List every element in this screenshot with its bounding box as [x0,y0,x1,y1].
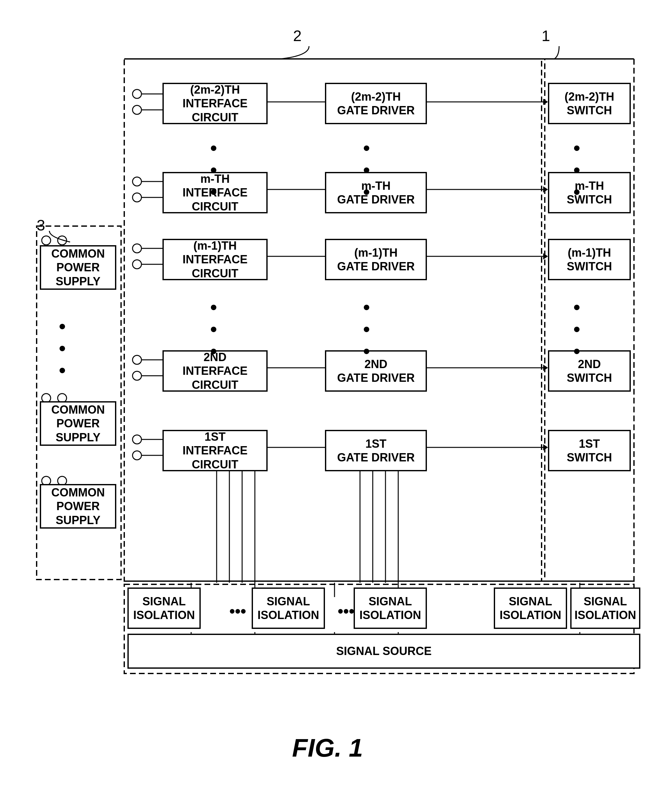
svg-point-9 [132,193,141,202]
dots-gd-mid: ••• [363,296,370,362]
svg-point-12 [132,355,141,364]
ps-top-label: COMMONPOWER SUPPLY [41,247,115,288]
svg-marker-40 [543,444,548,451]
ic-m1-label: (m-1)THINTERFACE CIRCUIT [164,239,266,280]
ps-bot-block: COMMONPOWER SUPPLY [40,484,116,529]
si-1-label: SIGNALISOLATION [133,594,195,622]
sw-m1-block: (m-1)THSWITCH [548,239,631,280]
gd-m-block: m-THGATE DRIVER [325,172,427,213]
svg-marker-38 [543,253,548,259]
svg-marker-39 [543,365,548,371]
sw-m1-label: (m-1)THSWITCH [567,246,612,273]
ic-1st-block: 1STINTERFACE CIRCUIT [163,430,268,471]
gd-2nd-label: 2NDGATE DRIVER [337,357,415,385]
ref-2: 2 [293,27,302,45]
gd-2m2-block: (2m-2)THGATE DRIVER [325,83,427,124]
dots-gd-top: ••• [363,137,370,203]
ps-mid-label: COMMONPOWER SUPPLY [41,403,115,444]
sw-m-block: m-THSWITCH [548,172,631,213]
si-5-label: SIGNALISOLATION [574,594,636,622]
signal-source-label: SIGNAL SOURCE [336,644,431,658]
dots-sw-mid: ••• [574,296,580,362]
signal-source-block: SIGNAL SOURCE [128,634,640,669]
svg-point-13 [132,371,141,380]
ps-top-block: COMMONPOWER SUPPLY [40,245,116,290]
svg-point-8 [132,177,141,186]
svg-marker-36 [543,99,548,105]
si-3-label: SIGNALISOLATION [359,594,421,622]
svg-point-15 [132,451,141,460]
si-5-block: SIGNALISOLATION [570,588,640,629]
ps-bot-label: COMMONPOWER SUPPLY [41,486,115,527]
gd-m1-label: (m-1)THGATE DRIVER [337,246,415,273]
gd-2nd-block: 2NDGATE DRIVER [325,350,427,392]
gd-1st-block: 1STGATE DRIVER [325,430,427,471]
svg-rect-1 [545,59,634,581]
dots-ic-mid: ••• [210,296,217,362]
si-1-block: SIGNALISOLATION [128,588,201,629]
svg-point-64 [58,236,66,245]
fig-caption: FIG. 1 [0,733,655,763]
sw-1st-label: 1STSWITCH [567,437,612,464]
sw-2nd-block: 2NDSWITCH [548,350,631,392]
dots-ps: ••• [59,315,66,381]
svg-point-63 [42,236,51,245]
ps-mid-block: COMMONPOWER SUPPLY [40,401,116,446]
gd-1st-label: 1STGATE DRIVER [337,437,415,464]
gd-2m2-label: (2m-2)THGATE DRIVER [337,90,415,117]
svg-point-11 [132,260,141,269]
dots-sw-top: ••• [574,137,580,203]
ic-1st-label: 1STINTERFACE CIRCUIT [164,430,266,471]
sw-1st-block: 1STSWITCH [548,430,631,471]
si-4-block: SIGNALISOLATION [494,588,567,629]
ic-2m2-block: (2m-2)THINTERFACE CIRCUIT [163,83,268,124]
dots-si-2: ••• [338,602,355,620]
ic-m1-block: (m-1)THINTERFACE CIRCUIT [163,239,268,280]
si-3-block: SIGNALISOLATION [354,588,427,629]
svg-point-6 [132,89,141,98]
si-4-label: SIGNALISOLATION [500,594,561,622]
gd-m-label: m-THGATE DRIVER [337,179,415,206]
ref-1: 1 [541,27,550,45]
si-2-block: SIGNALISOLATION [252,588,325,629]
svg-marker-37 [543,186,548,193]
dots-ic-top: ••• [210,137,217,203]
sw-2m2-block: (2m-2)THSWITCH [548,83,631,124]
si-2-label: SIGNALISOLATION [257,594,319,622]
gd-m1-block: (m-1)THGATE DRIVER [325,239,427,280]
svg-rect-0 [124,59,541,581]
ic-2m2-label: (2m-2)THINTERFACE CIRCUIT [164,83,266,124]
svg-point-14 [132,435,141,444]
svg-point-10 [132,244,141,253]
dots-si-1: ••• [229,602,246,620]
ref-3: 3 [37,216,45,234]
page: 2 1 3 4 [0,0,655,812]
sw-2m2-label: (2m-2)THSWITCH [564,90,614,117]
svg-point-7 [132,105,141,114]
